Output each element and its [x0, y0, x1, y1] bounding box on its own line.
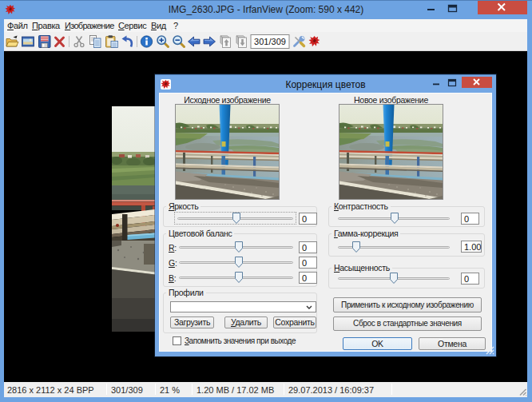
svg-text:301/309: 301/309: [254, 37, 286, 46]
